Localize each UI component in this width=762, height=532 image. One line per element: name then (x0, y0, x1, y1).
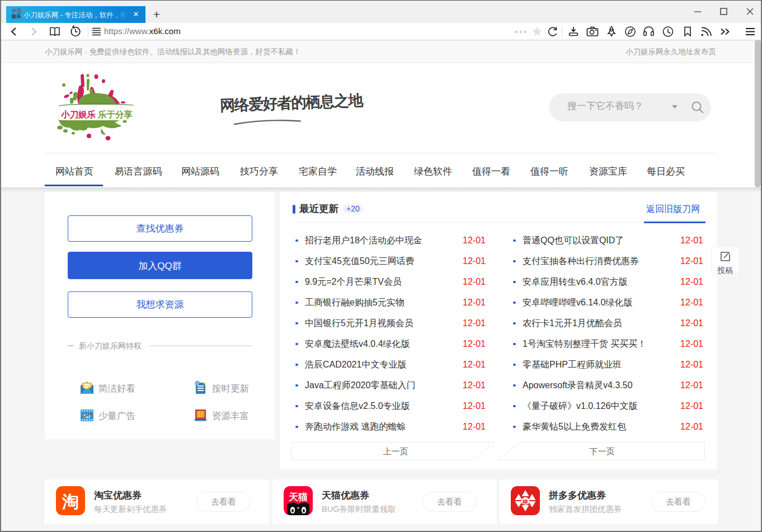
svg-text:上一页: 上一页 (383, 446, 408, 456)
svg-text:小刀娱乐: 小刀娱乐 (60, 110, 96, 119)
svg-text:下一页: 下一页 (590, 446, 615, 456)
svg-text:乐于分享: 乐于分享 (97, 110, 133, 119)
svg-text:拼: 拼 (522, 498, 529, 505)
svg-text:天猫: 天猫 (288, 492, 308, 502)
svg-text:淘: 淘 (62, 492, 79, 511)
